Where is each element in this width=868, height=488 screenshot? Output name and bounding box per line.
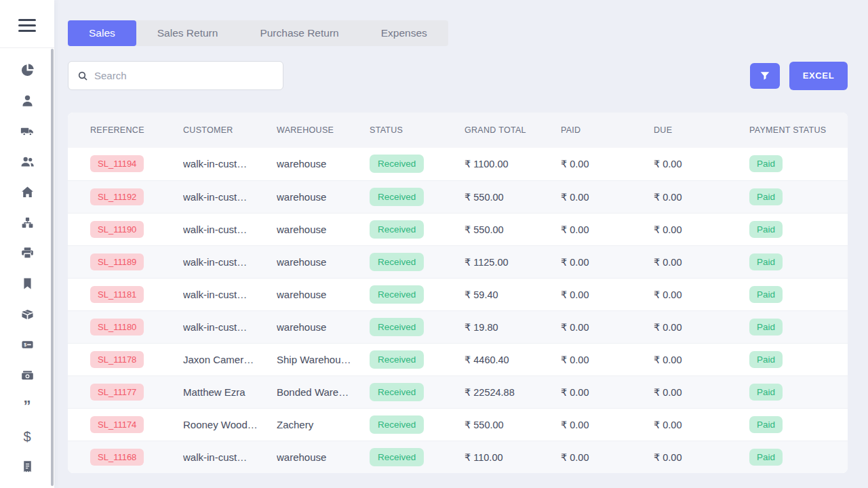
sidebar-item-print[interactable]: [12, 238, 43, 268]
billing-card-icon: $: [20, 338, 35, 352]
excel-button[interactable]: EXCEL: [789, 62, 848, 90]
tab-purchase-return[interactable]: Purchase Return: [239, 20, 359, 46]
payment-status-badge: Paid: [749, 319, 783, 336]
status-badge: Received: [370, 155, 424, 173]
table-row[interactable]: SL_11192 walk-in-cust… warehouse Receive…: [68, 180, 848, 213]
reference-cell: SL_11189: [68, 245, 183, 278]
paid-cell: ₹ 0.00: [561, 180, 654, 213]
payment-status-badge: Paid: [749, 416, 783, 433]
filter-button[interactable]: [750, 63, 780, 89]
status-badge: Received: [370, 415, 424, 434]
customer-cell: Matthew Ezra: [183, 375, 277, 408]
table-row[interactable]: SL_11178 Jaxon Camer… Ship Warehou… Rece…: [68, 343, 848, 375]
status-cell: Received: [370, 375, 465, 408]
table-row[interactable]: SL_11190 walk-in-cust… warehouse Receive…: [68, 213, 848, 245]
box-icon: [20, 307, 35, 321]
paid-cell: ₹ 0.00: [561, 278, 654, 310]
status-badge: Received: [370, 188, 424, 206]
toolbar-buttons: EXCEL: [750, 62, 848, 90]
hamburger-icon: [18, 19, 36, 21]
warehouse-cell: warehouse: [277, 245, 370, 278]
sidebar-scrollbar[interactable]: [51, 49, 54, 486]
table-row[interactable]: SL_11177 Matthew Ezra Bonded Ware… Recei…: [68, 375, 848, 408]
grand-total-cell: ₹ 550.00: [465, 408, 561, 441]
grand-total-cell: ₹ 59.40: [465, 278, 561, 310]
quote-icon: ”: [24, 399, 31, 413]
sidebar-item-purchases[interactable]: [12, 360, 43, 390]
sidebar-item-shipping[interactable]: [12, 116, 43, 146]
reference-cell: SL_11190: [68, 213, 183, 245]
grand-total-cell: ₹ 19.80: [465, 310, 561, 343]
due-cell: ₹ 0.00: [654, 441, 749, 473]
column-header: STATUS: [370, 113, 465, 148]
sidebar-item-customers[interactable]: [12, 146, 43, 177]
status-cell: Received: [370, 408, 465, 441]
truck-icon: [20, 124, 35, 138]
table-row[interactable]: SL_11168 walk-in-cust… warehouse Receive…: [68, 441, 848, 473]
search-input[interactable]: [94, 70, 274, 81]
main-content: SalesSales ReturnPurchase ReturnExpenses…: [54, 0, 868, 488]
payment-status-badge: Paid: [749, 155, 783, 172]
status-badge: Received: [370, 350, 424, 369]
sidebar-item-quotations[interactable]: ”: [12, 390, 43, 421]
due-cell: ₹ 0.00: [654, 343, 749, 375]
svg-text:$: $: [24, 342, 26, 348]
payment-status-cell: Paid: [749, 408, 848, 441]
column-header: WAREHOUSE: [277, 113, 370, 148]
payment-status-badge: Paid: [749, 449, 783, 466]
tab-sales[interactable]: Sales: [68, 20, 136, 46]
sidebar-item-units[interactable]: [12, 207, 43, 238]
customer-cell: walk-in-cust…: [183, 180, 277, 213]
table-row[interactable]: SL_11180 walk-in-cust… warehouse Receive…: [68, 310, 848, 343]
due-cell: ₹ 0.00: [654, 375, 749, 408]
reference-cell: SL_11168: [68, 441, 183, 473]
tab-sales-return[interactable]: Sales Return: [136, 20, 239, 46]
sidebar: $ ” $: [0, 0, 54, 488]
bookmark-icon: [20, 277, 35, 291]
reference-badge: SL_11168: [90, 449, 144, 466]
paid-cell: ₹ 0.00: [561, 375, 654, 408]
dollar-icon: $: [23, 430, 31, 443]
status-badge: Received: [370, 220, 424, 239]
sidebar-item-expenses[interactable]: $: [12, 329, 43, 360]
customer-cell: Jaxon Camer…: [183, 343, 277, 375]
sidebar-item-transfer[interactable]: [12, 451, 43, 482]
table-row[interactable]: SL_11194 walk-in-cust… warehouse Receive…: [68, 148, 848, 180]
grand-total-cell: ₹ 22524.88: [465, 375, 561, 408]
payment-status-cell: Paid: [749, 213, 848, 245]
reference-cell: SL_11180: [68, 310, 183, 343]
column-header: GRAND TOTAL: [465, 113, 561, 148]
tab-expenses[interactable]: Expenses: [360, 20, 448, 46]
due-cell: ₹ 0.00: [654, 310, 749, 343]
sales-table-card: REFERENCECUSTOMERWAREHOUSESTATUSGRAND TO…: [68, 113, 848, 473]
sidebar-item-sales[interactable]: $: [12, 421, 43, 451]
due-cell: ₹ 0.00: [654, 180, 749, 213]
status-cell: Received: [370, 310, 465, 343]
warehouse-cell: Ship Warehou…: [277, 343, 370, 375]
printer-icon: [20, 246, 35, 260]
reference-badge: SL_11178: [90, 351, 144, 368]
warehouse-cell: warehouse: [277, 278, 370, 310]
sidebar-nav: $ ” $: [0, 47, 54, 482]
menu-toggle-button[interactable]: [18, 18, 36, 32]
warehouse-cell: warehouse: [277, 180, 370, 213]
sidebar-item-dashboard[interactable]: [12, 55, 43, 85]
payment-status-badge: Paid: [749, 221, 783, 238]
warehouse-cell: warehouse: [277, 310, 370, 343]
table-row[interactable]: SL_11174 Rooney Wood… Zachery Received ₹…: [68, 408, 848, 441]
home-icon: [20, 185, 35, 199]
table-header-row: REFERENCECUSTOMERWAREHOUSESTATUSGRAND TO…: [68, 113, 848, 148]
pie-chart-icon: [20, 63, 35, 77]
reference-cell: SL_11181: [68, 278, 183, 310]
sidebar-item-warehouse[interactable]: [12, 177, 43, 207]
payment-status-cell: Paid: [749, 180, 848, 213]
grand-total-cell: ₹ 110.00: [465, 441, 561, 473]
table-row[interactable]: SL_11189 walk-in-cust… warehouse Receive…: [68, 245, 848, 278]
controls-row: EXCEL: [68, 61, 848, 90]
reference-cell: SL_11192: [68, 180, 183, 213]
status-badge: Received: [370, 253, 424, 271]
table-row[interactable]: SL_11181 walk-in-cust… warehouse Receive…: [68, 278, 848, 310]
sidebar-item-products[interactable]: [12, 299, 43, 329]
sidebar-item-category[interactable]: [12, 268, 43, 299]
sidebar-item-user[interactable]: [12, 85, 43, 116]
